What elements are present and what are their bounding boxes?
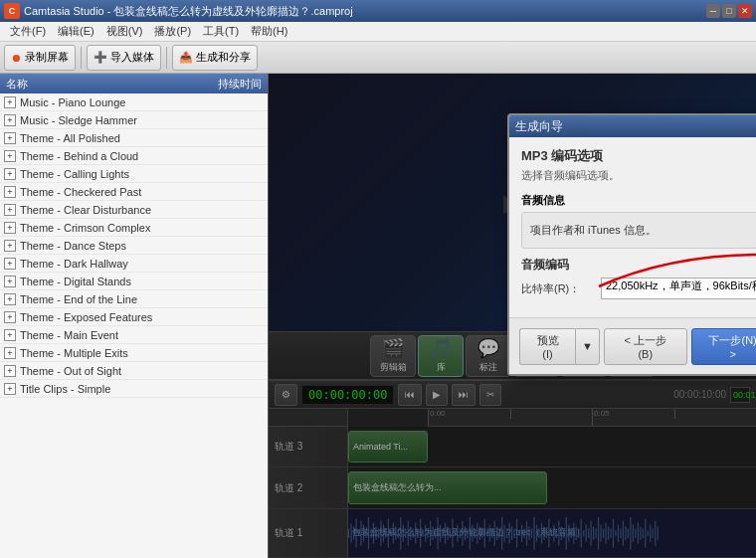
preview-dropdown-button[interactable]: ▼: [575, 328, 600, 365]
share-icon: 📤: [179, 51, 193, 64]
library-item-13[interactable]: + Theme - Main Event: [0, 326, 268, 344]
lib-item-label: Music - Piano Lounge: [20, 96, 125, 108]
audio-info-row: 项目作者和 iTunes 信息。 选项(O)...: [521, 212, 756, 249]
expand-icon: +: [4, 150, 16, 162]
library-item-4[interactable]: + Theme - Calling Lights: [0, 165, 268, 183]
back-button[interactable]: < 上一步(B): [604, 328, 687, 365]
expand-icon: +: [4, 311, 16, 323]
generate-dialog: 生成向导 ✕ C MP3 编码选项 选择音频编码选项。 音频信息 项目作者和 i…: [507, 113, 756, 376]
library-item-9[interactable]: + Theme - Dark Hallway: [0, 255, 268, 273]
lib-item-label: Title Clips - Simple: [20, 383, 110, 395]
bitrate-row: 比特率(R)： 22,050kHz，单声道，96kBits/秒 ▼: [521, 278, 756, 299]
dialog-body: MP3 编码选项 选择音频编码选项。 音频信息 项目作者和 iTunes 信息。…: [509, 137, 756, 317]
dialog-title: 生成向导: [515, 118, 756, 135]
dialog-titlebar: 生成向导 ✕: [509, 115, 756, 137]
lib-item-label: Theme - End of the Line: [20, 293, 137, 305]
lib-item-label: Theme - Multiple Exits: [20, 347, 128, 359]
lib-item-label: Theme - Exposed Features: [20, 311, 152, 323]
library-item-1[interactable]: + Music - Sledge Hammer: [0, 111, 268, 129]
expand-icon: +: [4, 383, 16, 395]
expand-icon: +: [4, 347, 16, 359]
library-item-6[interactable]: + Theme - Clear Disturbance: [0, 201, 268, 219]
lib-item-label: Theme - Checkered Past: [20, 186, 141, 198]
bitrate-select-wrapper: 22,050kHz，单声道，96kBits/秒 ▼: [601, 278, 756, 299]
lib-item-label: Music - Sledge Hammer: [20, 114, 137, 126]
expand-icon: +: [4, 186, 16, 198]
next-button[interactable]: 下一步(N) >: [691, 328, 756, 365]
maximize-button[interactable]: □: [722, 4, 736, 18]
library-item-2[interactable]: + Theme - All Polished: [0, 129, 268, 147]
expand-icon: +: [4, 276, 16, 287]
library-item-10[interactable]: + Theme - Digital Stands: [0, 273, 268, 290]
main-toolbar: ⏺ 录制屏幕 ➕ 导入媒体 📤 生成和分享: [0, 42, 756, 74]
lib-item-label: Theme - Crimson Complex: [20, 222, 150, 234]
bitrate-label: 比特率(R)：: [521, 281, 601, 296]
section-title: MP3 编码选项: [521, 147, 756, 165]
library-item-14[interactable]: + Theme - Multiple Exits: [0, 344, 268, 362]
audio-encode-header: 音频编码: [521, 257, 756, 274]
library-panel: 名称 持续时间 + Music - Piano Lounge + Music -…: [0, 74, 269, 558]
expand-icon: +: [4, 365, 16, 377]
record-icon: ⏺: [11, 52, 22, 64]
lib-item-label: Theme - Dance Steps: [20, 240, 126, 252]
menu-play[interactable]: 播放(P): [148, 22, 197, 41]
close-button[interactable]: ✕: [738, 4, 752, 18]
right-panel: ▶ 🎬 剪辑箱 🎵 库 💬 标注 🔍 缩放 🔊 音效 ▶ 转场 ⚙ 00:00:…: [269, 74, 756, 558]
library-item-12[interactable]: + Theme - Exposed Features: [0, 308, 268, 326]
expand-icon: +: [4, 293, 16, 305]
library-item-0[interactable]: + Music - Piano Lounge: [0, 93, 268, 111]
minimize-button[interactable]: ─: [706, 4, 720, 18]
toolbar-separator-2: [166, 47, 167, 69]
main-area: 名称 持续时间 + Music - Piano Lounge + Music -…: [0, 74, 756, 558]
toolbar-separator: [81, 47, 82, 69]
preview-button[interactable]: 预览(I): [519, 328, 575, 365]
dialog-overlay: 生成向导 ✕ C MP3 编码选项 选择音频编码选项。 音频信息 项目作者和 i…: [269, 74, 756, 558]
lib-item-label: Theme - Digital Stands: [20, 276, 131, 287]
library-item-7[interactable]: + Theme - Crimson Complex: [0, 219, 268, 237]
library-item-15[interactable]: + Theme - Out of Sight: [0, 362, 268, 380]
lib-item-label: Theme - Clear Disturbance: [20, 204, 151, 216]
expand-icon: +: [4, 96, 16, 108]
bitrate-value: 22,050kHz，单声道，96kBits/秒: [601, 278, 756, 299]
expand-icon: +: [4, 222, 16, 234]
expand-icon: +: [4, 240, 16, 252]
window-title: Camtasia Studio - 包装盒线稿怎么转为虚线及外轮廓描边？.cam…: [24, 4, 706, 19]
lib-item-label: Theme - All Polished: [20, 132, 120, 144]
expand-icon: +: [4, 204, 16, 216]
library-item-8[interactable]: + Theme - Dance Steps: [0, 237, 268, 255]
library-item-5[interactable]: + Theme - Checkered Past: [0, 183, 268, 201]
library-col-name: 名称: [6, 77, 202, 92]
menubar: 文件(F) 编辑(E) 视图(V) 播放(P) 工具(T) 帮助(H): [0, 22, 756, 42]
menu-tools[interactable]: 工具(T): [197, 22, 245, 41]
library-item-3[interactable]: + Theme - Behind a Cloud: [0, 147, 268, 165]
audio-info-header: 音频信息: [521, 193, 756, 208]
window-controls: ─ □ ✕: [706, 4, 752, 18]
dialog-content-wrapper: C MP3 编码选项 选择音频编码选项。 音频信息 项目作者和 iTunes 信…: [509, 137, 756, 317]
expand-icon: +: [4, 258, 16, 270]
expand-icon: +: [4, 114, 16, 126]
expand-icon: +: [4, 168, 16, 180]
app-icon: C: [4, 3, 20, 19]
import-media-button[interactable]: ➕ 导入媒体: [87, 45, 161, 71]
lib-item-label: Theme - Calling Lights: [20, 168, 129, 180]
menu-help[interactable]: 帮助(H): [245, 22, 293, 41]
dialog-footer: 预览(I) ▼ < 上一步(B) 下一步(N) > 取消 帮助: [509, 317, 756, 374]
import-icon: ➕: [94, 51, 107, 64]
menu-edit[interactable]: 编辑(E): [52, 22, 100, 41]
library-col-duration: 持续时间: [202, 77, 262, 92]
library-list[interactable]: + Music - Piano Lounge + Music - Sledge …: [0, 93, 268, 558]
lib-item-label: Theme - Behind a Cloud: [20, 150, 138, 162]
lib-item-label: Theme - Main Event: [20, 329, 118, 341]
produce-share-button[interactable]: 📤 生成和分享: [172, 45, 258, 71]
menu-view[interactable]: 视图(V): [100, 22, 149, 41]
library-item-11[interactable]: + Theme - End of the Line: [0, 290, 268, 308]
library-item-16[interactable]: + Title Clips - Simple: [0, 380, 268, 398]
record-screen-button[interactable]: ⏺ 录制屏幕: [4, 45, 76, 71]
expand-icon: +: [4, 329, 16, 341]
lib-item-label: Theme - Dark Hallway: [20, 258, 128, 270]
section-sub: 选择音频编码选项。: [521, 168, 756, 183]
expand-icon: +: [4, 132, 16, 144]
menu-file[interactable]: 文件(F): [4, 22, 52, 41]
library-header: 名称 持续时间: [0, 74, 268, 93]
audio-info-value: 项目作者和 iTunes 信息。: [530, 223, 756, 238]
